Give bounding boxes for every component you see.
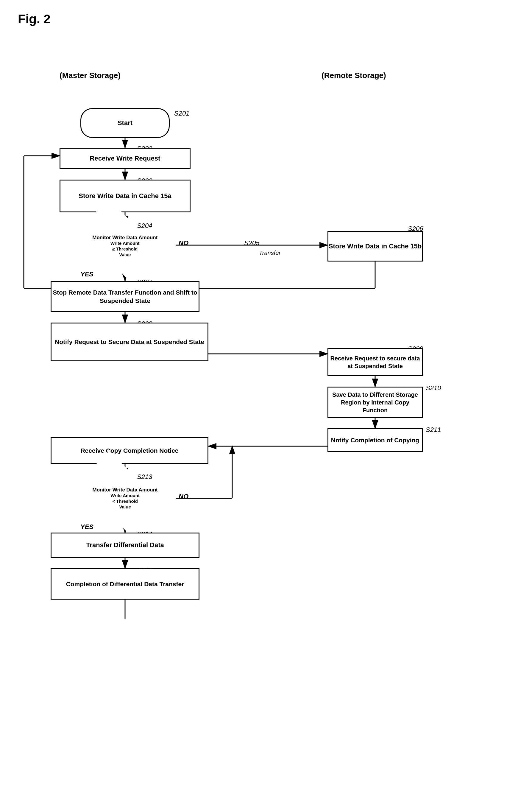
s215-box: Completion of Differential Data Transfer — [51, 568, 200, 600]
s211-label: S211 — [426, 426, 441, 434]
s208-box: Notify Request to Secure Data at Suspend… — [51, 323, 208, 361]
s210-box: Save Data to Different Storage Region by… — [327, 387, 423, 418]
s201-label: S201 — [174, 110, 189, 117]
s211-box: Notify Completion of Copying — [327, 428, 423, 452]
s202-box: Receive Write Request — [59, 148, 191, 169]
s209-box: Receive Request to secure data at Suspen… — [327, 348, 423, 376]
s203-box: Store Write Data in Cache 15a — [59, 180, 191, 213]
s207-box: Stop Remote Data Transfer Function and S… — [51, 281, 200, 312]
master-storage-header: (Master Storage) — [59, 71, 120, 80]
s206-box: Store Write Data in Cache 15b — [327, 231, 423, 261]
s212-box: Receive Copy Completion Notice — [51, 437, 208, 464]
s213-label: S213 — [137, 473, 152, 481]
s204-yes-label: YES — [80, 271, 94, 278]
s213-yes-label: YES — [80, 523, 94, 531]
s213-diamond: Monitor Write Data Amount Write Amount< … — [78, 451, 172, 546]
remote-storage-header: (Remote Storage) — [322, 71, 386, 80]
s214-box: Transfer Differential Data — [51, 533, 200, 558]
s204-label: S204 — [137, 222, 152, 229]
s210-label: S210 — [426, 384, 441, 392]
s213-no-label: NO — [178, 493, 188, 500]
s205-label: S205 — [244, 239, 259, 247]
page-title: Fig. 2 — [0, 0, 532, 26]
s204-diamond: Monitor Write Data Amount Write Amount≥ … — [78, 199, 172, 293]
s204-no-label: NO — [178, 239, 188, 247]
start-shape: Start — [80, 108, 170, 138]
transfer-label: Transfer — [259, 250, 281, 256]
